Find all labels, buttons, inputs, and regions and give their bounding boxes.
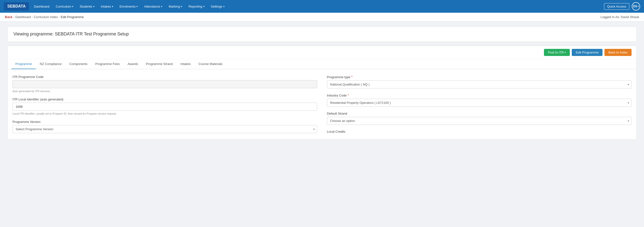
form-content: ITR Programme Code Auto generated by ITR…	[8, 69, 636, 139]
breadcrumb-dashboard[interactable]: Dashboard	[15, 15, 31, 19]
nav-dashboard[interactable]: Dashboard	[31, 3, 52, 10]
programme-type-wrapper: National Qualification ( NQ ) ▾	[327, 80, 632, 88]
nav-marking[interactable]: Marking ▾	[166, 3, 185, 10]
programme-version-group: Programme Version Select Programme Versi…	[12, 120, 317, 133]
nav-intakes-caret: ▾	[112, 5, 113, 8]
nav-enrolments-caret: ▾	[136, 5, 138, 8]
navbar: SEBDATA Dashboard Curriculum ▾ Students …	[0, 0, 644, 13]
tab-awards[interactable]: Awards	[124, 59, 142, 69]
tab-nz-compliance[interactable]: NZ Compliance	[36, 59, 66, 69]
nav-attendance-label: Attendance	[144, 5, 160, 8]
tab-course-materials[interactable]: Course Materials	[195, 59, 226, 69]
breadcrumb: Back › Dashboard › Curriculum Index › Ed…	[5, 15, 84, 19]
breadcrumb-back[interactable]: Back	[5, 15, 12, 19]
default-strand-select[interactable]: Choose an option	[327, 117, 632, 125]
programme-type-label: Programme type *	[327, 75, 632, 79]
local-credits-label: Local Credits	[327, 130, 632, 133]
tab-programme-strand[interactable]: Programme Strand	[142, 59, 177, 69]
tab-programme-fees[interactable]: Programme Fees	[91, 59, 124, 69]
default-strand-label: Default Strand	[327, 112, 632, 115]
card-toolbar: Post to ITR ▾ Edit Programme Back to Ind…	[8, 46, 636, 59]
itr-programme-code-group: ITR Programme Code Auto generated by ITR…	[12, 75, 317, 93]
main-card: Post to ITR ▾ Edit Programme Back to Ind…	[7, 46, 637, 139]
tab-components[interactable]: Components	[66, 59, 92, 69]
programme-version-label: Programme Version	[12, 120, 317, 124]
nav-right: Quick Access DS ▾	[604, 2, 640, 11]
nav-curriculum[interactable]: Curriculum ▾	[53, 3, 76, 10]
breadcrumb-curriculum-index[interactable]: Curriculum Index	[34, 15, 58, 19]
programme-type-select[interactable]: National Qualification ( NQ )	[327, 80, 632, 88]
quick-access-button[interactable]: Quick Access	[604, 3, 629, 10]
itr-local-identifier-input[interactable]	[12, 103, 317, 111]
tab-programme[interactable]: Programme	[12, 59, 36, 69]
avatar-dropdown-icon: ▾	[638, 5, 639, 8]
nav-students-label: Students	[80, 5, 92, 8]
nav-reporting-caret: ▾	[203, 5, 204, 8]
nav-settings[interactable]: Settings ▾	[208, 3, 228, 10]
nav-reporting[interactable]: Reporting ▾	[186, 3, 207, 10]
edit-programme-button[interactable]: Edit Programme	[572, 49, 602, 56]
local-credits-group: Local Credits	[327, 130, 632, 133]
form-left-column: ITR Programme Code Auto generated by ITR…	[12, 75, 317, 133]
itr-programme-code-hint: Auto generated by ITR services.	[12, 90, 317, 93]
nav-intakes[interactable]: Intakes ▾	[98, 3, 116, 10]
nav-enrolments[interactable]: Enrolments ▾	[117, 3, 141, 10]
nav-marking-caret: ▾	[181, 5, 182, 8]
programme-version-select[interactable]: Select Programme Version	[12, 125, 317, 133]
industry-code-required: *	[348, 93, 349, 97]
itr-local-identifier-group: ITR Local Identifier (auto generated) Lo…	[12, 98, 317, 115]
programme-version-wrapper: Select Programme Version ▾	[12, 125, 317, 133]
page-content: Viewing programme: SEBDATA ITR Test Prog…	[0, 22, 644, 144]
programme-type-group: Programme type * National Qualification …	[327, 75, 632, 88]
nav-settings-caret: ▾	[223, 5, 224, 8]
breadcrumb-sep-2: ›	[32, 16, 33, 19]
breadcrumb-login: Logged In As: David Straub	[600, 15, 639, 19]
brand-logo[interactable]: SEBDATA	[4, 2, 29, 11]
post-to-itr-label: Post to ITR	[548, 51, 564, 54]
breadcrumb-sep-1: ›	[14, 16, 14, 19]
nav-dashboard-label: Dashboard	[34, 5, 50, 8]
industry-code-select[interactable]: Residential Property Operators ( L671100…	[327, 99, 632, 107]
programme-type-required: *	[352, 75, 353, 79]
industry-code-wrapper: Residential Property Operators ( L671100…	[327, 99, 632, 107]
nav-curriculum-caret: ▾	[72, 5, 73, 8]
breadcrumb-current: Edit Programme	[61, 15, 84, 19]
itr-programme-code-input[interactable]	[12, 80, 317, 88]
page-title: Viewing programme: SEBDATA ITR Test Prog…	[14, 32, 630, 37]
nav-students[interactable]: Students ▾	[77, 3, 97, 10]
nav-attendance-caret: ▾	[161, 5, 162, 8]
industry-code-label: Industry Code *	[327, 93, 632, 97]
nav-enrolments-label: Enrolments	[120, 5, 136, 8]
itr-local-identifier-hint: Local ITR identifier, usually set to Pro…	[12, 112, 317, 115]
form-right-column: Programme type * National Qualification …	[327, 75, 632, 133]
nav-marking-label: Marking	[169, 5, 180, 8]
nav-students-caret: ▾	[93, 5, 94, 8]
nav-items: Dashboard Curriculum ▾ Students ▾ Intake…	[31, 3, 604, 10]
back-to-index-button[interactable]: Back to Index	[604, 49, 632, 56]
nav-curriculum-label: Curriculum	[56, 5, 71, 8]
industry-code-group: Industry Code * Residential Property Ope…	[327, 93, 632, 107]
breadcrumb-sep-3: ›	[59, 16, 60, 19]
default-strand-wrapper: Choose an option ▾	[327, 117, 632, 125]
post-to-itr-button[interactable]: Post to ITR ▾	[544, 49, 570, 56]
tabs: Programme NZ Compliance Components Progr…	[8, 59, 636, 69]
breadcrumb-bar: Back › Dashboard › Curriculum Index › Ed…	[0, 13, 644, 22]
nav-attendance[interactable]: Attendance ▾	[141, 3, 165, 10]
itr-programme-code-label: ITR Programme Code	[12, 75, 317, 79]
title-card: Viewing programme: SEBDATA ITR Test Prog…	[7, 26, 637, 42]
default-strand-group: Default Strand Choose an option ▾	[327, 112, 632, 125]
nav-reporting-label: Reporting	[188, 5, 202, 8]
avatar-initials: DS	[633, 5, 637, 8]
nav-settings-label: Settings	[211, 5, 222, 8]
post-to-itr-caret-icon: ▾	[565, 51, 566, 54]
nav-intakes-label: Intakes	[101, 5, 111, 8]
itr-local-identifier-label: ITR Local Identifier (auto generated)	[12, 98, 317, 101]
tab-intakes[interactable]: Intakes	[177, 59, 195, 69]
avatar[interactable]: DS ▾	[632, 2, 640, 11]
